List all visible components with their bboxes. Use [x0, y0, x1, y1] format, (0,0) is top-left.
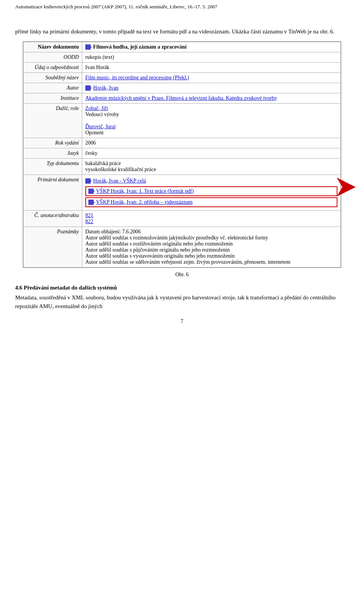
document-icon: [85, 44, 91, 50]
pozn-4: Autor udělil souhlas s vystavováním orig…: [85, 253, 234, 259]
instituce-link[interactable]: Akademie múzických umění v Praze. Filmov…: [85, 95, 277, 101]
table-row: Souběžný název Film music, its recording…: [24, 72, 341, 83]
record-table: Název dokumentu Filmová hudba, její zázn…: [23, 42, 341, 268]
page-number: 7: [15, 318, 349, 324]
table-row: Č. anotace/abstraktu 821 822: [24, 210, 341, 227]
primary-icon-1: [85, 178, 91, 184]
value-cell: bakalářská práce vysokoškolské kvalifika…: [82, 158, 341, 175]
table-row: Autor Horák, Ivan: [24, 83, 341, 93]
value-cell: Horák, Ivan: [82, 83, 341, 93]
label-cell: Rok vydání: [24, 138, 82, 148]
primary-icon-3: [88, 200, 94, 205]
label-cell: Jazyk: [24, 148, 82, 158]
label-cell: Typ dokumentu: [24, 158, 82, 175]
label-cell: Souběžný název: [24, 72, 82, 83]
value-cell: česky: [82, 148, 341, 158]
value-cell: 2006: [82, 138, 341, 148]
header-text: Automatizace knihovnických procesů 2007 …: [15, 0, 349, 17]
intro-paragraph: přímé linky na primární dokumenty, v tom…: [15, 27, 349, 36]
label-cell: Primární dokument: [24, 175, 82, 210]
table-row: Jazyk česky: [24, 148, 341, 158]
anotace-822-link[interactable]: 822: [85, 219, 93, 224]
label-cell: Autor: [24, 83, 82, 93]
author-icon: [85, 85, 91, 91]
primary-link-3: VŠKP Horák, Ivan: 2. příloha – videozázn…: [85, 197, 337, 207]
value-cell: Film music, its recording and processing…: [82, 72, 341, 83]
table-row: Poznámky Datum obhájení: 7.6.2006 Autor …: [24, 227, 341, 267]
pozn-date: Datum obhájení: 7.6.2006: [85, 229, 141, 234]
table-row: Údaj o odpovědnosti Ivan Horák: [24, 62, 341, 72]
svg-marker-0: [337, 178, 356, 197]
table-row: Rok vydání 2006: [24, 138, 341, 148]
zobac-link[interactable]: Zobač, Jiří: [85, 105, 108, 111]
anotace-821-link[interactable]: 821: [85, 212, 93, 218]
table-row: Instituce Akademie múzických umění v Pra…: [24, 93, 341, 103]
value-cell: Filmová hudba, její záznam a zpracování: [82, 42, 341, 52]
table-row: Další; role Zobač, Jiří Vedoucí výroby Ď…: [24, 103, 341, 138]
table-row: OODD rukopis (text): [24, 52, 341, 62]
soubeznynazev-link[interactable]: Film music, its recording and processing…: [85, 75, 189, 80]
value-cell: Akademie múzických umění v Praze. Filmov…: [82, 93, 341, 103]
vskp-cela-link[interactable]: Horák, Ivan - VŠKP celá: [93, 178, 146, 184]
section-text: Metadata, soustředěná v XML souboru, bud…: [15, 293, 349, 311]
table-row-primary: Primární dokument Horák, Ivan - VŠKP cel…: [24, 175, 341, 210]
pozn-2: Autor udělil souhlas s rozšiřováním orig…: [85, 241, 233, 247]
value-cell: Zobač, Jiří Vedoucí výroby Ďurovič, Jura…: [82, 103, 341, 138]
label-cell: Název dokumentu: [24, 42, 82, 52]
durovic-link[interactable]: Ďurovič, Juraj: [85, 124, 116, 129]
pozn-3: Autor udělil souhlas s půjčováním origin…: [85, 247, 230, 253]
value-cell: Horák, Ivan - VŠKP celá VŠKP Horák, Ivan…: [82, 175, 341, 210]
value-cell: 821 822: [82, 210, 341, 227]
primary-link-1: Horák, Ivan - VŠKP celá: [85, 177, 337, 185]
label-cell: Instituce: [24, 93, 82, 103]
vskp-text-link[interactable]: VŠKP Horák, Ivan: 1. Text práce (formát …: [96, 188, 194, 194]
doc-title: Filmová hudba, její záznam a zpracování: [93, 44, 187, 50]
red-arrow-svg: [329, 176, 359, 198]
label-cell: Č. anotace/abstraktu: [24, 210, 82, 227]
vskp-priloha-link[interactable]: VŠKP Horák, Ivan: 2. příloha – videozázn…: [96, 199, 193, 205]
header: Automatizace knihovnických procesů 2007 …: [15, 0, 349, 17]
label-cell: OODD: [24, 52, 82, 62]
primary-doc-container: Horák, Ivan - VŠKP celá VŠKP Horák, Ivan…: [82, 175, 340, 210]
value-cell: rukopis (text): [82, 52, 341, 62]
label-cell: Poznámky: [24, 227, 82, 267]
table-row: Název dokumentu Filmová hudba, její zázn…: [24, 42, 341, 52]
value-cell: Ivan Horák: [82, 62, 341, 72]
record-table-container: Název dokumentu Filmová hudba, její zázn…: [23, 41, 341, 268]
pozn-1: Autor udělil souhlas s rozmnožováním jak…: [85, 235, 268, 241]
value-cell: Datum obhájení: 7.6.2006 Autor udělil so…: [82, 227, 341, 267]
label-cell: Údaj o odpovědnosti: [24, 62, 82, 72]
primary-icon-2: [88, 189, 94, 194]
autor-link[interactable]: Horák, Ivan: [93, 85, 119, 91]
section-heading: 4.6 Předávání metadat do dalších systémů: [15, 285, 349, 291]
figure-caption: Obr. 6: [15, 272, 349, 278]
table-row: Typ dokumentu bakalářská práce vysokoško…: [24, 158, 341, 175]
pozn-5: Autor udělil souhlas se sdělováním veřej…: [85, 259, 290, 265]
primary-link-2: VŠKP Horák, Ivan: 1. Text práce (formát …: [85, 186, 337, 196]
label-cell: Další; role: [24, 103, 82, 138]
